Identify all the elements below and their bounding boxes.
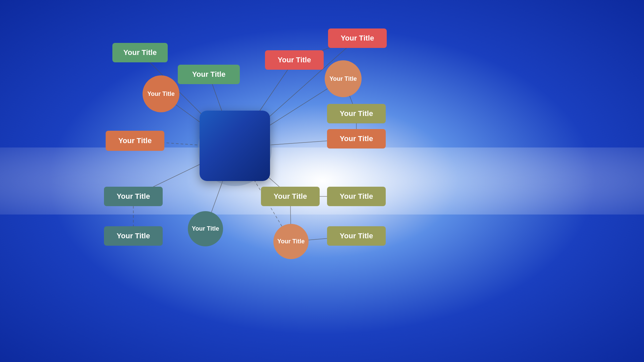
node-label-n12: Your Title	[340, 134, 373, 143]
node-label-n4: Your Title	[118, 136, 152, 145]
node-n9[interactable]: Your Title	[328, 28, 387, 48]
node-label-n11: Your Title	[340, 109, 373, 118]
node-label-n6: Your Title	[117, 232, 150, 240]
node-n14[interactable]: Your Title	[327, 187, 386, 206]
node-label-n13: Your Title	[274, 192, 307, 201]
node-label-n16: Your Title	[340, 232, 373, 240]
node-n3[interactable]: Your Title	[143, 75, 179, 112]
node-label-n8: Your Title	[278, 56, 311, 64]
node-label-n1: Your Title	[123, 48, 157, 57]
node-label-n9: Your Title	[341, 34, 374, 43]
node-label-n3: Your Title	[147, 90, 174, 98]
node-label-n10: Your Title	[329, 75, 357, 82]
node-n13[interactable]: Your Title	[261, 187, 320, 206]
node-n8[interactable]: Your Title	[265, 50, 324, 70]
word-box	[200, 111, 270, 181]
node-n11[interactable]: Your Title	[327, 104, 386, 123]
node-label-n15: Your Title	[277, 238, 305, 245]
node-n2[interactable]: Your Title	[178, 65, 240, 84]
node-label-n7: Your Title	[192, 225, 219, 232]
node-label-n2: Your Title	[192, 70, 225, 79]
node-n12[interactable]: Your Title	[327, 129, 386, 148]
node-n7[interactable]: Your Title	[188, 211, 223, 246]
node-n6[interactable]: Your Title	[104, 226, 163, 246]
node-n10[interactable]: Your Title	[325, 60, 362, 97]
node-n16[interactable]: Your Title	[327, 226, 386, 246]
light-band	[0, 147, 644, 215]
word-center-icon	[193, 106, 277, 193]
node-label-n5: Your Title	[117, 192, 150, 201]
canvas: Your TitleYour TitleYour TitleYour Title…	[0, 0, 644, 362]
node-n5[interactable]: Your Title	[104, 187, 163, 206]
node-label-n14: Your Title	[340, 192, 373, 201]
node-n1[interactable]: Your Title	[112, 43, 168, 62]
node-n4[interactable]: Your Title	[106, 131, 164, 151]
node-n15[interactable]: Your Title	[273, 224, 309, 259]
